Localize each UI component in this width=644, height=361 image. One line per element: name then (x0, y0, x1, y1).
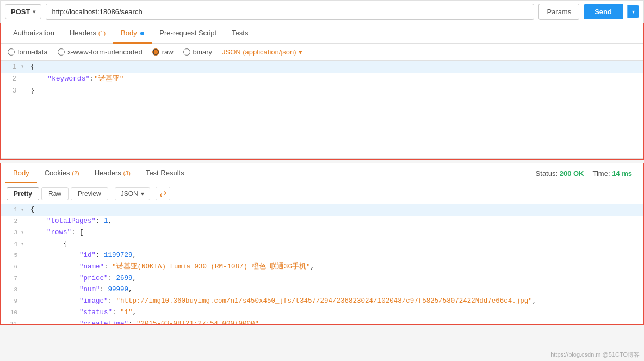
format-type-select[interactable]: JSON ▾ (115, 187, 150, 200)
res-line-8: 8 "num": 99999, (1, 284, 643, 296)
top-bar: POST ▾ Params Send ▾ (0, 0, 644, 23)
url-input[interactable] (46, 4, 534, 20)
res-line-11: 11 "createTime": "2015-03-08T21:27:54.00… (1, 319, 643, 324)
tab-test-results[interactable]: Test Results (138, 163, 192, 183)
wrap-icon[interactable]: ⇄ (156, 187, 170, 200)
time-value: 14 ms (612, 169, 632, 178)
res-line-7: 7 "price": 2699, (1, 273, 643, 284)
json-type-label: JSON (application/json) (222, 48, 296, 56)
res-line-9: 9 "image": "http://img10.360buyimg.com/n… (1, 296, 643, 307)
tab-pre-request[interactable]: Pre-request Script (152, 23, 224, 44)
line-number-2: 2 (1, 73, 21, 85)
line-arrow-1[interactable]: ▾ (21, 61, 28, 73)
headers-badge: (1) (98, 30, 106, 36)
tab-authorization[interactable]: Authorization (5, 23, 62, 44)
tab-body[interactable]: Body (113, 23, 152, 44)
res-line-1: 1 ▾ { (1, 204, 643, 216)
radio-binary-input[interactable] (183, 48, 190, 56)
chevron-down-icon: ▾ (33, 9, 35, 15)
request-code-line-1: 1 ▾ { (1, 61, 643, 73)
response-body: 1 ▾ { 2 "totalPages": 1, 3 ▾ "rows": [ 4… (1, 204, 643, 324)
line-number-1: 1 (1, 61, 21, 73)
request-tab-bar: Authorization Headers (1) Body Pre-reque… (1, 23, 643, 44)
response-tab-bar: Body Cookies (2) Headers (3) Test Result… (1, 163, 643, 183)
request-code-line-2: 2 "keywords":"诺基亚" (1, 73, 643, 85)
time-label: Time: 14 ms (592, 169, 632, 178)
response-status-area: Status: 200 OK Time: 14 ms (536, 169, 639, 178)
body-type-bar: form-data x-www-form-urlencoded raw bina… (1, 44, 643, 61)
params-button[interactable]: Params (538, 4, 579, 20)
tab-headers[interactable]: Headers (1) (62, 23, 113, 44)
radio-binary[interactable]: binary (183, 48, 212, 56)
format-pretty-button[interactable]: Pretty (7, 187, 39, 200)
format-type-label: JSON (121, 190, 138, 198)
res-line-10: 10 "status": "1", (1, 307, 643, 319)
status-value: 200 OK (560, 169, 584, 178)
tab-response-body[interactable]: Body (5, 163, 37, 183)
tab-response-cookies[interactable]: Cookies (2) (37, 163, 87, 183)
method-select[interactable]: POST ▾ (5, 4, 41, 19)
request-code-editor[interactable]: 1 ▾ { 2 "keywords":"诺基亚" 3 } (1, 61, 643, 159)
line-content-1: { (28, 61, 643, 73)
radio-form-data-input[interactable] (8, 48, 15, 56)
resp-headers-badge: (3) (123, 170, 130, 176)
json-type-select[interactable]: JSON (application/json) ▾ (222, 48, 302, 56)
format-raw-button[interactable]: Raw (41, 187, 69, 200)
tab-response-headers[interactable]: Headers (3) (87, 163, 138, 183)
method-text: POST (11, 8, 30, 16)
radio-urlencoded-input[interactable] (58, 48, 65, 56)
line-content-2: "keywords":"诺基亚" (28, 73, 643, 85)
radio-raw-input[interactable] (152, 48, 159, 56)
request-code-line-3: 3 } (1, 85, 643, 97)
res-line-6: 6 "name": "诺基亚(NOKIA) Lumia 930 (RM-1087… (1, 261, 643, 273)
cookies-badge: (2) (72, 170, 79, 176)
radio-form-data[interactable]: form-data (8, 48, 48, 56)
res-line-4: 4 ▾ { (1, 238, 643, 250)
send-dropdown-button[interactable]: ▾ (627, 5, 639, 18)
line-number-3: 3 (1, 85, 21, 97)
send-button[interactable]: Send (584, 4, 623, 19)
format-preview-button[interactable]: Preview (71, 187, 108, 200)
res-line-3: 3 ▾ "rows": [ (1, 227, 643, 238)
res-line-2: 2 "totalPages": 1, (1, 216, 643, 227)
line-content-3: } (28, 85, 643, 97)
res-line-5: 5 "id": 1199729, (1, 250, 643, 261)
json-type-chevron-icon: ▾ (299, 48, 302, 56)
format-type-chevron-icon: ▾ (141, 190, 144, 198)
format-bar: Pretty Raw Preview JSON ▾ ⇄ (1, 183, 643, 204)
request-section: Authorization Headers (1) Body Pre-reque… (0, 23, 644, 160)
response-section: Body Cookies (2) Headers (3) Test Result… (0, 163, 644, 325)
tab-tests[interactable]: Tests (224, 23, 256, 44)
body-dot (140, 32, 144, 35)
radio-raw[interactable]: raw (152, 48, 174, 56)
status-label: Status: 200 OK (536, 169, 584, 178)
radio-urlencoded[interactable]: x-www-form-urlencoded (58, 48, 143, 56)
